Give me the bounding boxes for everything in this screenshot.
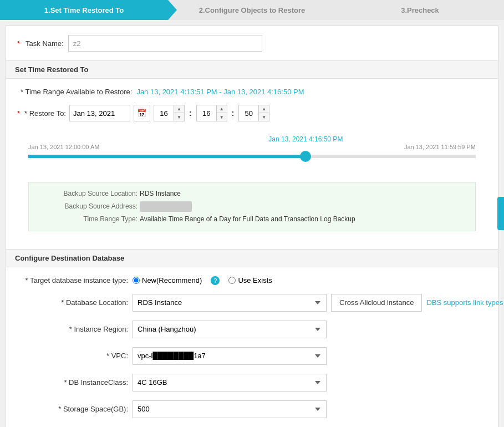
radio-new-input[interactable] (133, 277, 140, 284)
info-box: Backup Source Location: RDS Instance Bac… (28, 182, 476, 231)
radio-new[interactable]: New(Recommend) (133, 276, 202, 284)
backup-source-address-value: ████ (140, 201, 192, 212)
radio-use-exists[interactable]: Use Exists (228, 276, 272, 284)
target-instance-type-control: New(Recommend) ? Use Exists (133, 276, 487, 285)
storage-space-row: * Storage Space(GB): 500 (17, 400, 487, 418)
backup-source-location-value: RDS Instance (140, 189, 181, 199)
minute-down-arrow[interactable]: ▼ (217, 113, 227, 121)
wizard-step-3[interactable]: 3.Precheck (336, 0, 504, 20)
timeline-start-label: Jan 13, 2021 12:00:00 AM (28, 144, 99, 150)
set-time-section-header: Set Time Restored To (6, 60, 498, 79)
main-content: * Task Name: Set Time Restored To * Time… (6, 26, 498, 427)
timeline-end-label: Jan 13, 2021 11:59:59 PM (404, 144, 476, 150)
time-range-type-label: Time Range Type: (38, 214, 138, 225)
backup-source-address-label: Backup Source Address: (38, 201, 138, 212)
restore-star: * (17, 109, 20, 118)
timeline-current-label: Jan 13, 2021 4:16:50 PM (268, 135, 343, 143)
hour-up-arrow[interactable]: ▲ (174, 105, 184, 113)
db-instance-class-control: 4C 16GB (133, 374, 487, 392)
wizard-step-1[interactable]: 1.Set Time Restored To (0, 0, 168, 20)
db-location-select[interactable]: RDS Instance (133, 294, 327, 312)
vpc-label: * VPC: (17, 352, 128, 360)
hour-input[interactable] (154, 105, 174, 121)
db-location-row: * Database Location: RDS Instance Cross … (17, 294, 487, 312)
hour-arrows: ▲ ▼ (174, 105, 184, 121)
backup-source-location-label: Backup Source Location: (38, 189, 138, 199)
colon-1: : (188, 109, 193, 118)
task-name-row: * Task Name: (6, 26, 498, 60)
storage-space-control: 500 (133, 400, 487, 418)
required-star: * (17, 39, 20, 48)
vpc-control: vpc-l████████1a7 (133, 347, 487, 365)
help-icon[interactable]: ? (211, 276, 220, 285)
info-row-location: Backup Source Location: RDS Instance (38, 189, 466, 199)
storage-space-select[interactable]: 500 (133, 400, 327, 418)
calendar-button[interactable]: 📅 (134, 105, 150, 121)
cross-alicloud-button[interactable]: Cross Alicloud instance (331, 294, 422, 312)
timeline-bar[interactable]: Jan 13, 2021 4:16:50 PM (28, 155, 476, 158)
instance-region-row: * Instance Region: China (Hangzhou) (17, 321, 487, 338)
time-range-row: * Time Range Available to Restore: Jan 1… (17, 88, 487, 96)
time-range-type-value: Available Time Range of a Day for Full D… (140, 214, 355, 225)
timeline-handle[interactable]: Jan 13, 2021 4:16:50 PM (300, 151, 311, 162)
db-instance-class-select[interactable]: 4C 16GB (133, 374, 327, 392)
timeline-fill (28, 155, 306, 158)
timeline-labels: Jan 13, 2021 12:00:00 AM Jan 13, 2021 11… (28, 144, 476, 150)
restore-date-input[interactable] (69, 105, 130, 121)
db-location-label: * Database Location: (17, 298, 128, 307)
set-time-section-content: * Time Range Available to Restore: Jan 1… (6, 79, 498, 249)
radio-use-exists-input[interactable] (228, 277, 236, 284)
minute-up-arrow[interactable]: ▲ (217, 105, 227, 113)
minute-spinner: ▲ ▼ (196, 105, 227, 121)
hour-spinner: ▲ ▼ (154, 105, 185, 121)
second-arrows: ▲ ▼ (258, 105, 269, 121)
second-up-arrow[interactable]: ▲ (259, 105, 269, 113)
second-input[interactable] (239, 105, 258, 121)
right-side-tab[interactable] (497, 197, 504, 230)
colon-2: : (231, 109, 236, 118)
instance-region-label: * Instance Region: (17, 325, 128, 333)
radio-group: New(Recommend) ? Use Exists (133, 276, 272, 285)
timeline-container: Jan 13, 2021 12:00:00 AM Jan 13, 2021 11… (28, 133, 476, 174)
vpc-row: * VPC: vpc-l████████1a7 (17, 347, 487, 365)
db-instance-class-row: * DB InstanceClass: 4C 16GB (17, 374, 487, 392)
instance-region-select[interactable]: China (Hangzhou) (133, 321, 327, 338)
config-section-content: * Target database instance type: New(Rec… (6, 267, 498, 427)
db-instance-class-label: * DB InstanceClass: (17, 378, 128, 387)
minute-arrows: ▲ ▼ (216, 105, 227, 121)
instance-region-control: China (Hangzhou) (133, 321, 487, 338)
restore-to-row: * * Restore To: 📅 ▲ ▼ : ▲ ▼ : (17, 105, 487, 121)
storage-space-label: * Storage Space(GB): (17, 405, 128, 413)
target-instance-type-label: * Target database instance type: (17, 276, 128, 284)
config-section-header: Configure Destination Database (6, 249, 498, 267)
second-spinner: ▲ ▼ (238, 105, 269, 121)
dbs-link[interactable]: DBS supports link types (426, 298, 503, 307)
info-row-time-range-type: Time Range Type: Available Time Range of… (38, 214, 466, 225)
wizard-header: 1.Set Time Restored To 2.Configure Objec… (0, 0, 504, 20)
target-instance-type-row: * Target database instance type: New(Rec… (17, 276, 487, 285)
minute-input[interactable] (197, 105, 216, 121)
task-name-input[interactable] (68, 35, 262, 52)
second-down-arrow[interactable]: ▼ (259, 113, 269, 121)
vpc-select[interactable]: vpc-l████████1a7 (133, 347, 327, 365)
wizard-step-2[interactable]: 2.Configure Objects to Restore (168, 0, 336, 20)
db-location-control: RDS Instance Cross Alicloud instance DBS… (133, 294, 503, 312)
task-name-label: Task Name: (26, 39, 64, 48)
hour-down-arrow[interactable]: ▼ (174, 113, 184, 121)
info-row-address: Backup Source Address: ████ (38, 201, 466, 212)
